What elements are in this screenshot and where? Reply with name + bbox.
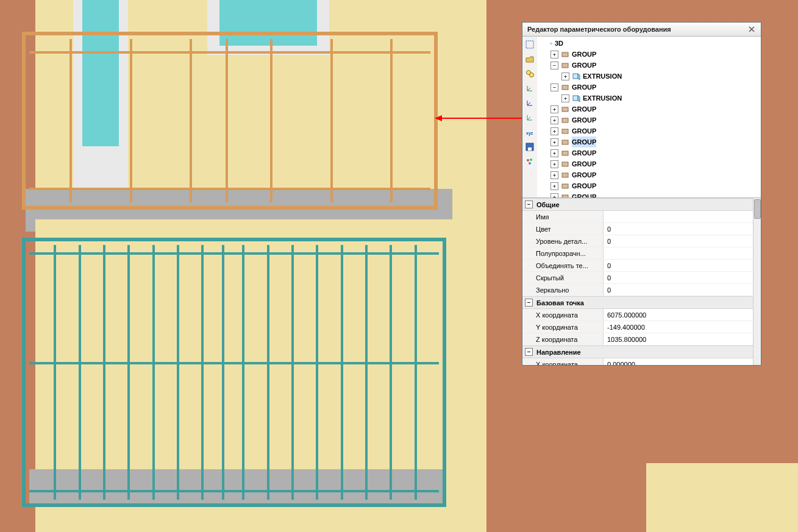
collapse-icon[interactable]: −: [525, 299, 533, 307]
tree-node-group-selected[interactable]: + GROUP: [540, 137, 760, 147]
prop-value[interactable]: 6075.000000: [604, 309, 753, 321]
svg-rect-21: [562, 184, 568, 188]
tree-label: GROUP: [572, 60, 596, 71]
prop-value[interactable]: 0: [604, 272, 753, 283]
panel-titlebar[interactable]: Редактор параметрического оборудования: [522, 23, 761, 37]
structure-tree[interactable]: ◦ 3D + GROUP − GROUP: [537, 37, 761, 197]
tree-node-group[interactable]: + GROUP: [540, 169, 760, 180]
prop-value[interactable]: 1035.800000: [604, 333, 753, 345]
expand-icon[interactable]: +: [550, 138, 558, 146]
collapse-icon[interactable]: −: [550, 62, 558, 69]
section-direction[interactable]: − Направление: [522, 346, 753, 358]
tree-node-group[interactable]: − GROUP: [540, 82, 760, 93]
prop-label: Уровень детал...: [522, 235, 604, 247]
close-button[interactable]: [746, 24, 757, 34]
railing-upper: [22, 32, 438, 210]
prop-label: Зеркально: [522, 284, 604, 296]
expand-icon[interactable]: +: [550, 182, 558, 190]
tree-node-3d[interactable]: ◦ 3D: [540, 38, 760, 49]
svg-rect-15: [562, 118, 568, 122]
prop-row-x[interactable]: X координата 6075.000000: [522, 309, 753, 321]
tree-node-group[interactable]: + GROUP: [540, 158, 760, 169]
group-icon: [561, 83, 569, 91]
scrollbar[interactable]: [753, 198, 761, 365]
left-toolbar: xyz: [522, 37, 537, 197]
expand-icon[interactable]: +: [550, 160, 558, 168]
collapse-icon[interactable]: −: [525, 348, 533, 356]
tree-node-group[interactable]: + GROUP: [540, 49, 760, 60]
prop-value[interactable]: 0: [604, 223, 753, 235]
tree-node-group[interactable]: + GROUP: [540, 104, 760, 115]
extrusion-icon: [572, 72, 580, 80]
expand-icon[interactable]: +: [550, 193, 558, 198]
group-icon: [561, 61, 569, 69]
prop-row-merge[interactable]: Объединять те... 0: [522, 260, 753, 272]
tree-label: GROUP: [572, 180, 596, 191]
tree-node-group[interactable]: + GROUP: [540, 147, 760, 158]
scrollbar-thumb[interactable]: [754, 199, 761, 219]
svg-point-6: [527, 159, 529, 161]
prop-row-dir-x[interactable]: X координата 0.000000: [522, 358, 753, 365]
tree-label: GROUP: [572, 191, 596, 197]
tool-select-icon[interactable]: [523, 38, 536, 51]
prop-value[interactable]: 0: [604, 284, 753, 296]
svg-rect-17: [562, 140, 568, 144]
prop-row-hidden[interactable]: Скрытый 0: [522, 272, 753, 284]
svg-rect-16: [562, 129, 568, 133]
collapse-icon[interactable]: −: [550, 83, 558, 91]
tree-node-group[interactable]: − GROUP: [540, 60, 760, 71]
tool-palette-icon[interactable]: [523, 155, 536, 168]
prop-row-mirror[interactable]: Зеркально 0: [522, 284, 753, 296]
svg-point-2: [530, 73, 534, 77]
prop-value[interactable]: 0.000000: [604, 358, 753, 365]
tree-label: 3D: [555, 38, 563, 49]
tree-node-group[interactable]: + GROUP: [540, 115, 760, 126]
prop-label: X координата: [522, 309, 604, 321]
prop-value[interactable]: -149.400000: [604, 321, 753, 333]
prop-row-y[interactable]: Y координата -149.400000: [522, 321, 753, 333]
expand-icon[interactable]: +: [550, 51, 558, 59]
expand-icon[interactable]: +: [550, 127, 558, 135]
section-label: Общие: [536, 201, 560, 208]
prop-value[interactable]: 0: [604, 260, 753, 271]
tree-node-group[interactable]: + GROUP: [540, 126, 760, 137]
section-basepoint[interactable]: − Базовая точка: [522, 296, 753, 309]
param-editor-panel: Редактор параметрического оборудования: [522, 22, 761, 366]
group-icon: [561, 182, 569, 190]
tree-node-group[interactable]: + GROUP: [540, 180, 760, 191]
property-grid[interactable]: − Общие Имя Цвет 0 Уровень детал... 0: [522, 198, 761, 365]
section-common[interactable]: − Общие: [522, 198, 753, 211]
tree-node-group[interactable]: + GROUP: [540, 191, 760, 197]
collapse-icon[interactable]: −: [525, 200, 533, 208]
viewport-3d[interactable]: Редактор параметрического оборудования: [0, 0, 798, 532]
expand-icon[interactable]: +: [561, 73, 569, 80]
group-icon: [561, 116, 569, 124]
tool-open-icon[interactable]: [523, 52, 536, 66]
tree-node-extrusion[interactable]: + EXTRUSION: [540, 93, 760, 104]
prop-value[interactable]: 0: [604, 235, 753, 247]
prop-label: Скрытый: [522, 272, 604, 283]
annotation-arrow: [442, 118, 524, 119]
expand-icon[interactable]: +: [550, 105, 558, 113]
group-icon: [561, 193, 569, 197]
tool-axis-y-icon[interactable]: [523, 96, 536, 110]
prop-row-alpha[interactable]: Полупрозрачн...: [522, 247, 753, 260]
prop-row-detail[interactable]: Уровень детал... 0: [522, 235, 753, 247]
expand-icon[interactable]: +: [550, 149, 558, 157]
tree-node-extrusion[interactable]: + EXTRUSION: [540, 71, 760, 82]
expand-icon[interactable]: +: [550, 171, 558, 179]
tool-axis-z-icon[interactable]: [523, 82, 536, 95]
tool-save-icon[interactable]: [523, 140, 536, 154]
prop-row-z[interactable]: Z координата 1035.800000: [522, 333, 753, 346]
prop-row-name[interactable]: Имя: [522, 211, 753, 223]
tool-find-icon[interactable]: [523, 67, 536, 80]
tool-xyz-icon[interactable]: xyz: [523, 126, 536, 139]
prop-row-color[interactable]: Цвет 0: [522, 223, 753, 235]
expand-icon[interactable]: +: [561, 94, 569, 102]
expand-icon[interactable]: +: [550, 116, 558, 124]
prop-value[interactable]: [604, 247, 753, 259]
prop-value[interactable]: [604, 211, 753, 222]
tree-label: GROUP: [572, 104, 596, 115]
tool-axis-x-icon[interactable]: [523, 111, 536, 124]
tree-label: GROUP: [572, 137, 596, 147]
